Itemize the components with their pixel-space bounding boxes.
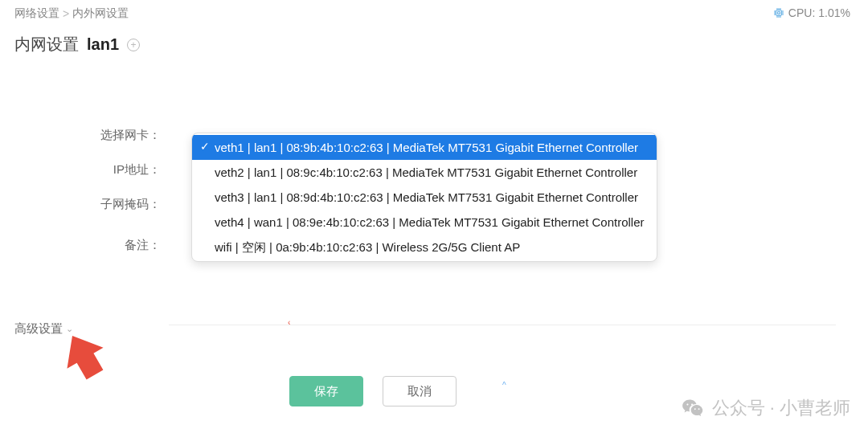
annotation-mark: ^ — [502, 381, 506, 390]
breadcrumb: 网络设置 > 内外网设置 — [0, 0, 868, 27]
nic-option[interactable]: wifi | 空闲 | 0a:9b:4b:10:c2:63 | Wireless… — [192, 235, 657, 259]
breadcrumb-separator: > — [63, 7, 69, 20]
lan-settings-form: 选择网卡： veth1 | lan1 | 08:9b:4b:10:c2:63 |… — [0, 70, 868, 268]
cpu-label: CPU: — [788, 6, 815, 19]
svg-rect-1 — [778, 12, 780, 14]
watermark: 公众号 · 小曹老师 — [682, 396, 850, 420]
svg-marker-16 — [60, 333, 108, 381]
note-label: 备注： — [0, 238, 193, 253]
wechat-icon — [682, 397, 704, 419]
nic-option[interactable]: veth1 | lan1 | 08:9b:4b:10:c2:63 | Media… — [192, 135, 657, 160]
advanced-settings-toggle[interactable]: 高级设置 ⌄ — [14, 321, 73, 337]
save-button[interactable]: 保存 — [289, 376, 363, 406]
interface-name: lan1 — [87, 35, 119, 54]
watermark-text: 公众号 · 小曹老师 — [712, 396, 850, 420]
annotation-mark: ‹ — [288, 318, 290, 327]
chevron-down-icon: ⌄ — [66, 324, 73, 334]
nic-option[interactable]: veth4 | wan1 | 08:9e:4b:10:c2:63 | Media… — [192, 210, 657, 235]
nic-dropdown[interactable]: veth1 | lan1 | 08:9b:4b:10:c2:63 | Media… — [191, 133, 657, 262]
divider — [169, 325, 836, 325]
ip-label: IP地址： — [0, 162, 193, 178]
breadcrumb-parent[interactable]: 网络设置 — [14, 6, 59, 21]
form-actions: 保存 取消 — [289, 376, 457, 406]
annotation-arrow-red — [60, 333, 108, 381]
add-interface-button[interactable]: + — [127, 39, 140, 51]
advanced-label: 高级设置 — [14, 321, 63, 337]
nic-option[interactable]: veth2 | lan1 | 08:9c:4b:10:c2:63 | Media… — [192, 160, 657, 185]
cancel-button[interactable]: 取消 — [383, 376, 457, 406]
nic-label: 选择网卡： — [0, 128, 193, 143]
cpu-chip-icon — [772, 6, 785, 19]
nic-row: 选择网卡： veth1 | lan1 | 08:9b:4b:10:c2:63 |… — [0, 118, 868, 153]
cpu-status: CPU: 1.01% — [772, 6, 850, 19]
page-header: 内网设置 lan1 + — [0, 27, 868, 70]
page-title: 内网设置 — [14, 34, 79, 55]
svg-rect-0 — [776, 10, 782, 16]
mask-label: 子网掩码： — [0, 197, 193, 212]
cpu-value: 1.01% — [818, 6, 850, 19]
nic-option[interactable]: veth3 | lan1 | 08:9d:4b:10:c2:63 | Media… — [192, 185, 657, 210]
breadcrumb-current: 内外网设置 — [72, 6, 129, 21]
